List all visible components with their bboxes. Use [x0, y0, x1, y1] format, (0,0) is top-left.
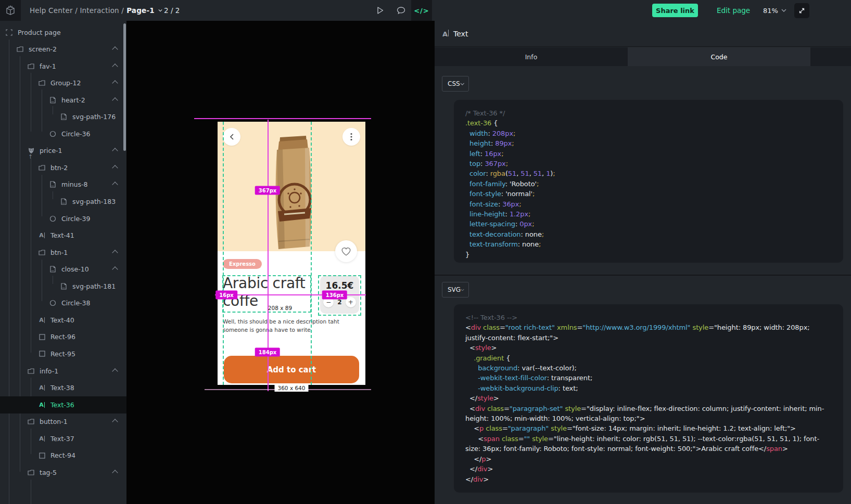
- breadcrumb-current-page: Page-1: [126, 6, 155, 15]
- layer-row-svg-path-183[interactable]: svg-path-183: [0, 193, 126, 210]
- layer-row-price-1[interactable]: price-1: [0, 142, 126, 159]
- css-code-block[interactable]: /* Text-36 */.text-36 { width: 208px; he…: [454, 100, 843, 263]
- add-to-cart-button[interactable]: Add to cart: [224, 356, 359, 383]
- edit-page-link[interactable]: Edit page: [717, 0, 750, 21]
- layer-row-fav-1[interactable]: fav-1: [0, 58, 126, 75]
- css-format-select[interactable]: CSS: [442, 76, 469, 92]
- comment-button[interactable]: [390, 0, 411, 21]
- product-tag-badge: Expresso: [223, 259, 262, 269]
- chevron-up-icon[interactable]: [112, 63, 118, 69]
- instance-arrow-icon: ↑: [28, 153, 33, 160]
- zoom-control[interactable]: 81%: [763, 0, 786, 21]
- code-line: <div class="paragraph-set" style="displa…: [465, 404, 832, 424]
- layer-label: Text-38: [50, 384, 74, 392]
- tab-info[interactable]: Info: [435, 47, 628, 66]
- layer-label: close-10: [61, 265, 89, 273]
- chevron-up-icon[interactable]: [112, 148, 118, 154]
- code-line: width: 208px;: [465, 128, 832, 138]
- folder-icon: [27, 62, 35, 70]
- frame-icon: [5, 29, 13, 36]
- layer-row-tag-5[interactable]: tag-5: [0, 464, 126, 481]
- chevron-up-icon[interactable]: [112, 80, 118, 86]
- code-line: height: 89px;: [465, 138, 832, 148]
- css-select-value: CSS: [448, 80, 460, 87]
- layer-row-info-1[interactable]: info-1: [0, 363, 126, 380]
- layer-row-text-36[interactable]: AText-36: [0, 396, 126, 413]
- layer-row-text-41[interactable]: AText-41: [0, 227, 126, 244]
- breadcrumb[interactable]: Help Center / Interaction / Page-1: [30, 0, 162, 21]
- sidebar-scrollbar[interactable]: [123, 23, 126, 151]
- chevron-up-icon[interactable]: [112, 165, 118, 171]
- chevron-up-icon[interactable]: [112, 97, 118, 103]
- chevron-up-icon[interactable]: [112, 46, 118, 52]
- layer-label: Circle-39: [61, 215, 91, 223]
- measurement-left: 16px: [215, 291, 237, 300]
- code-view-button[interactable]: </>: [411, 0, 432, 21]
- layer-label: Text-37: [50, 435, 74, 443]
- expand-icon: [798, 7, 805, 14]
- tab-code[interactable]: Code: [628, 47, 810, 66]
- layer-row-svg-path-176[interactable]: svg-path-176: [0, 108, 126, 125]
- code-line: -webkit-background-clip: text;: [465, 383, 832, 393]
- chevron-up-icon[interactable]: [112, 470, 118, 475]
- design-canvas[interactable]: Expresso Arabic craft coffe 16.5€ − 2 + …: [126, 21, 435, 504]
- zoom-level: 81%: [763, 7, 778, 15]
- code-line: </p>: [465, 454, 832, 464]
- chevron-down-icon: [461, 288, 464, 292]
- code-line: <p class="paragraph" style="font-size: 1…: [465, 423, 832, 433]
- section-divider: [435, 275, 851, 276]
- circle-icon: [49, 299, 57, 307]
- chevron-up-icon[interactable]: [112, 250, 118, 255]
- layer-row-product page[interactable]: Product page: [0, 24, 126, 41]
- favorite-button[interactable]: [335, 240, 357, 262]
- layer-row-heart-2[interactable]: heart-2: [0, 92, 126, 109]
- back-button[interactable]: [223, 128, 240, 146]
- layer-label: button-1: [40, 418, 68, 425]
- play-button[interactable]: [370, 0, 390, 21]
- layer-row-text-37[interactable]: AText-37: [0, 430, 126, 447]
- layer-row-button-1[interactable]: button-1: [0, 413, 126, 430]
- layer-row-minus-8[interactable]: minus-8: [0, 176, 126, 193]
- layer-row-svg-path-181[interactable]: svg-path-181: [0, 278, 126, 295]
- code-line: color: rgba(51, 51, 51, 1);: [465, 169, 832, 178]
- svg-format-select[interactable]: SVG: [442, 282, 469, 298]
- more-options-button[interactable]: [342, 128, 360, 146]
- layer-row-circle-38[interactable]: Circle-38: [0, 294, 126, 312]
- code-line: </style>: [465, 393, 832, 403]
- layer-label: Circle-36: [61, 130, 91, 138]
- layer-row-group-12[interactable]: Group-12: [0, 74, 126, 92]
- app-logo[interactable]: [0, 0, 21, 21]
- layer-row-close-10[interactable]: close-10: [0, 261, 126, 278]
- rect-icon: [38, 451, 46, 459]
- measurement-bottom: 184px: [255, 348, 280, 357]
- code-line: font-style: 'normal';: [465, 189, 832, 199]
- layer-row-rect-96[interactable]: Rect-96: [0, 328, 126, 345]
- layer-row-text-38[interactable]: AText-38: [0, 379, 126, 396]
- chevron-down-icon: [158, 8, 162, 12]
- heart-icon: [340, 246, 352, 256]
- rect-icon: [38, 350, 46, 358]
- layer-label: tag-5: [40, 469, 57, 476]
- layer-row-circle-39[interactable]: Circle-39: [0, 210, 126, 227]
- layer-row-screen-2[interactable]: screen-2: [0, 41, 126, 58]
- layer-label: svg-path-176: [72, 113, 116, 121]
- svg-code-block[interactable]: <!-- Text-36 --><div class="root rich-te…: [454, 304, 843, 493]
- chevron-up-icon[interactable]: [112, 419, 118, 424]
- code-line: background: var(--text-color);: [465, 363, 832, 373]
- chevron-up-icon[interactable]: [112, 368, 118, 374]
- inspector-tabbar: Info Code: [435, 47, 851, 66]
- layer-row-text-40[interactable]: AText-40: [0, 312, 126, 329]
- layer-row-rect-95[interactable]: Rect-95: [0, 345, 126, 363]
- layer-row-btn-2[interactable]: btn-2: [0, 159, 126, 176]
- code-line: font-size: 36px;: [465, 199, 832, 209]
- fullscreen-button[interactable]: [794, 3, 809, 18]
- code-line: <span class="" style="line-height: inher…: [465, 434, 832, 454]
- chevron-up-icon[interactable]: [112, 182, 118, 188]
- share-link-button[interactable]: Share link: [652, 4, 698, 17]
- chevron-up-icon[interactable]: [112, 267, 118, 273]
- code-line: </div>: [465, 464, 832, 474]
- inspector-title: Text: [453, 30, 468, 38]
- layer-row-btn-1[interactable]: btn-1: [0, 244, 126, 261]
- layer-row-rect-94[interactable]: Rect-94: [0, 447, 126, 464]
- layer-row-circle-36[interactable]: Circle-36: [0, 125, 126, 143]
